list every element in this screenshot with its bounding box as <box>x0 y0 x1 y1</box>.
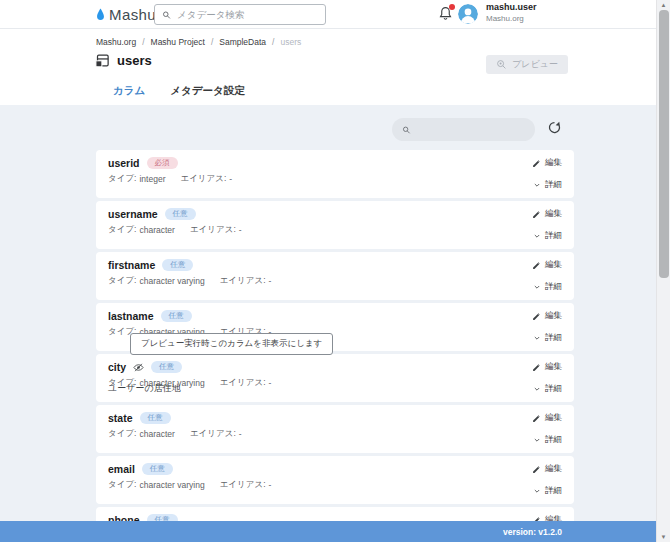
pencil-icon <box>532 159 541 168</box>
detail-label: 詳細 <box>545 179 562 191</box>
pencil-icon <box>532 465 541 474</box>
notifications-button[interactable] <box>438 5 455 23</box>
edit-button[interactable]: 編集 <box>532 310 562 322</box>
edit-label: 編集 <box>545 463 562 475</box>
alias-label: エイリアス: <box>190 428 236 440</box>
tab-columns[interactable]: カラム <box>113 84 145 102</box>
breadcrumb-item-org[interactable]: Mashu.org <box>96 37 136 47</box>
chevron-down-icon <box>533 385 541 393</box>
column-card: email 任意 タイプ: character varying エイリアス: - <box>96 456 574 504</box>
breadcrumb-separator: / <box>142 37 144 47</box>
column-card-header: username 任意 <box>108 208 196 220</box>
chevron-down-icon <box>533 232 541 240</box>
detail-toggle[interactable]: 詳細 <box>533 230 562 242</box>
chevron-down-icon <box>533 283 541 291</box>
edit-button[interactable]: 編集 <box>532 157 562 169</box>
alias-value: - <box>269 276 272 286</box>
scrollbar-thumb[interactable] <box>659 10 669 278</box>
column-type-line: タイプ: character varying エイリアス: - <box>108 275 271 287</box>
edit-button[interactable]: 編集 <box>532 259 562 271</box>
type-label: タイプ: <box>108 428 136 440</box>
column-card-header: lastname 任意 <box>108 310 192 322</box>
refresh-button[interactable] <box>546 120 563 137</box>
column-badge: 任意 <box>165 208 196 220</box>
app-logo: Mashu <box>95 4 156 24</box>
page-title: users <box>117 53 152 68</box>
column-badge: 任意 <box>151 361 182 373</box>
column-search-box <box>392 118 535 141</box>
refresh-icon <box>547 120 562 135</box>
column-card-header: firstname 任意 <box>108 259 193 271</box>
table-icon <box>95 53 110 68</box>
alias-value: - <box>229 174 232 184</box>
edit-button[interactable]: 編集 <box>532 361 562 373</box>
column-card-header: email 任意 <box>108 463 173 475</box>
breadcrumb-item-schema[interactable]: SampleData <box>219 37 266 47</box>
column-type-line: タイプ: character varying エイリアス: - <box>108 479 271 491</box>
detail-label: 詳細 <box>545 485 562 497</box>
column-name: lastname <box>108 310 154 322</box>
detail-label: 詳細 <box>545 434 562 446</box>
type-label: タイプ: <box>108 275 136 287</box>
user-menu[interactable]: mashu.user Mashu.org <box>486 3 537 23</box>
detail-label: 詳細 <box>545 383 562 395</box>
edit-button[interactable]: 編集 <box>532 208 562 220</box>
avatar-person-icon <box>458 4 478 24</box>
preview-button-label: プレビュー <box>512 58 558 71</box>
column-card: city 任意 タイプ: character varying エイリアス: - … <box>96 354 574 402</box>
alias-label: エイリアス: <box>180 173 226 185</box>
user-name: mashu.user <box>486 3 537 12</box>
edit-label: 編集 <box>545 157 562 169</box>
chevron-down-icon <box>533 436 541 444</box>
scroll-up-arrow[interactable]: ▲ <box>657 0 670 10</box>
search-icon <box>402 125 411 135</box>
alias-label: エイリアス: <box>220 275 266 287</box>
column-card: state 任意 タイプ: character エイリアス: - 編集 <box>96 405 574 453</box>
tabs: カラム メタデータ設定 <box>113 84 245 102</box>
detail-toggle[interactable]: 詳細 <box>533 383 562 395</box>
detail-toggle[interactable]: 詳細 <box>533 281 562 293</box>
chevron-down-icon <box>533 334 541 342</box>
alias-value: - <box>269 378 272 388</box>
pencil-icon <box>532 414 541 423</box>
column-search-input[interactable] <box>418 124 525 135</box>
edit-button[interactable]: 編集 <box>532 412 562 424</box>
edit-button[interactable]: 編集 <box>532 463 562 475</box>
preview-button[interactable]: プレビュー <box>486 55 568 74</box>
tab-metadata-settings[interactable]: メタデータ設定 <box>170 84 244 102</box>
detail-toggle[interactable]: 詳細 <box>533 332 562 344</box>
droplet-icon <box>95 7 106 22</box>
column-card-header: state 任意 <box>108 412 171 424</box>
column-name: email <box>108 463 135 475</box>
type-value: character varying <box>139 276 204 286</box>
pencil-icon <box>532 363 541 372</box>
edit-label: 編集 <box>545 361 562 373</box>
column-badge: 任意 <box>140 412 171 424</box>
chevron-down-icon <box>533 181 541 189</box>
detail-toggle[interactable]: 詳細 <box>533 434 562 446</box>
breadcrumb-item-project[interactable]: Mashu Project <box>151 37 205 47</box>
scroll-down-arrow[interactable]: ▼ <box>657 532 670 542</box>
user-org: Mashu.org <box>486 15 537 23</box>
user-avatar[interactable] <box>458 4 478 24</box>
column-name: state <box>108 412 133 424</box>
app-footer: version: v1.2.0 <box>0 521 656 542</box>
detail-toggle[interactable]: 詳細 <box>533 179 562 191</box>
title-row: users <box>95 53 152 68</box>
breadcrumb-separator: / <box>272 37 274 47</box>
column-type-line: タイプ: character エイリアス: - <box>108 428 242 440</box>
eye-off-icon[interactable] <box>133 362 144 373</box>
column-card-header: userid 必須 <box>108 157 178 169</box>
alias-label: エイリアス: <box>190 224 236 236</box>
pencil-icon <box>532 312 541 321</box>
detail-label: 詳細 <box>545 281 562 293</box>
page-scrollbar[interactable]: ▲ ▼ <box>656 0 670 542</box>
app-header: Mashu mashu.user Mashu.org <box>0 0 670 29</box>
column-badge: 任意 <box>142 463 173 475</box>
global-search-input[interactable] <box>177 9 318 20</box>
detail-toggle[interactable]: 詳細 <box>533 485 562 497</box>
column-type-line: タイプ: integer エイリアス: - <box>108 173 232 185</box>
type-label: タイプ: <box>108 224 136 236</box>
column-name: firstname <box>108 259 155 271</box>
breadcrumb: Mashu.org / Mashu Project / SampleData /… <box>96 37 301 47</box>
